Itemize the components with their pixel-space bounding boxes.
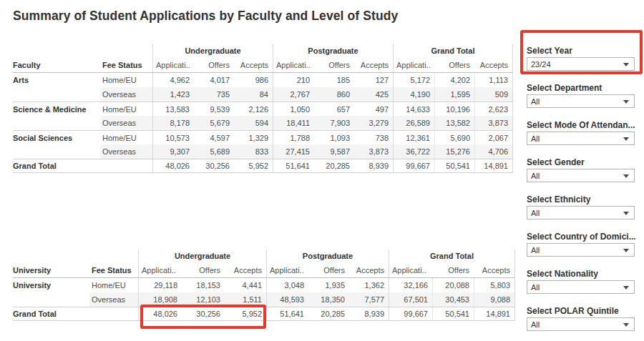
value-cell[interactable]: 3,279 (354, 116, 393, 130)
fee-status-cell[interactable]: Home/EU (100, 73, 152, 87)
value-cell[interactable]: 1,595 (434, 87, 474, 102)
value-cell[interactable]: 50,541 (434, 159, 474, 172)
filter-dropdown[interactable]: All (527, 317, 635, 331)
value-cell[interactable]: 4,441 (225, 278, 266, 292)
row-label-cell[interactable]: Grand Total (13, 307, 138, 320)
value-cell[interactable]: 210 (273, 73, 314, 87)
value-cell[interactable]: 657 (314, 102, 354, 116)
value-cell[interactable]: 51,641 (266, 307, 308, 320)
value-cell[interactable]: 497 (354, 102, 393, 116)
value-cell[interactable]: 9,587 (314, 144, 354, 159)
value-cell[interactable]: 5,952 (234, 159, 273, 172)
value-cell[interactable]: 2,126 (234, 102, 273, 116)
value-cell[interactable]: 1,362 (349, 278, 389, 292)
value-cell[interactable]: 4,597 (194, 131, 234, 144)
fee-status-cell[interactable]: Overseas (100, 144, 152, 159)
chevron-down-icon[interactable] (623, 286, 629, 290)
value-cell[interactable]: 29,118 (138, 278, 182, 292)
value-cell[interactable]: 32,166 (389, 278, 432, 292)
value-cell[interactable]: 5,952 (225, 307, 266, 320)
value-cell[interactable]: 9,307 (152, 144, 194, 159)
row-label-cell[interactable] (13, 87, 100, 102)
value-cell[interactable]: 3,873 (354, 144, 393, 159)
row-label-cell[interactable]: Social Sciences (13, 131, 100, 144)
value-cell[interactable]: 12,103 (182, 292, 225, 307)
value-cell[interactable]: 738 (354, 131, 393, 144)
chevron-down-icon[interactable] (623, 323, 629, 327)
value-cell[interactable]: 27,415 (273, 144, 314, 159)
value-cell[interactable]: 48,593 (266, 292, 308, 307)
value-cell[interactable]: 5,689 (194, 144, 234, 159)
filter-dropdown[interactable]: All (527, 94, 635, 108)
value-cell[interactable]: 1,093 (314, 131, 354, 144)
value-cell[interactable]: 48,026 (152, 159, 194, 172)
value-cell[interactable]: 14,633 (393, 102, 434, 116)
value-cell[interactable]: 4,017 (194, 73, 234, 87)
value-cell[interactable]: 18,153 (182, 278, 225, 292)
filter-dropdown[interactable]: All (527, 206, 635, 219)
value-cell[interactable]: 99,667 (389, 307, 432, 320)
row-label-cell[interactable] (13, 292, 89, 307)
filter-dropdown[interactable]: All (527, 280, 635, 294)
fee-status-cell[interactable]: Overseas (100, 87, 152, 102)
value-cell[interactable]: 10,196 (434, 102, 474, 116)
row-label-cell[interactable] (13, 144, 100, 159)
row-label-cell[interactable] (13, 116, 100, 130)
value-cell[interactable]: 1,788 (273, 131, 314, 144)
value-cell[interactable]: 67,501 (389, 292, 432, 307)
value-cell[interactable]: 1,050 (273, 102, 314, 116)
value-cell[interactable]: 594 (234, 116, 273, 130)
value-cell[interactable]: 20,285 (308, 307, 349, 320)
value-cell[interactable]: 10,573 (152, 131, 194, 144)
chevron-down-icon[interactable] (623, 137, 629, 141)
value-cell[interactable]: 1,329 (234, 131, 273, 144)
value-cell[interactable]: 4,202 (434, 73, 474, 87)
value-cell[interactable]: 50,541 (432, 307, 474, 320)
chevron-down-icon[interactable] (623, 100, 629, 104)
value-cell[interactable]: 9,088 (474, 292, 515, 307)
value-cell[interactable]: 14,891 (474, 159, 513, 172)
value-cell[interactable]: 18,411 (273, 116, 314, 130)
value-cell[interactable]: 20,088 (432, 278, 474, 292)
value-cell[interactable]: 8,939 (349, 307, 389, 320)
value-cell[interactable]: 509 (474, 87, 513, 102)
value-cell[interactable]: 8,178 (152, 116, 194, 130)
fee-status-cell[interactable]: Home/EU (100, 102, 152, 116)
value-cell[interactable]: 26,589 (393, 116, 434, 130)
value-cell[interactable]: 99,667 (393, 159, 434, 172)
value-cell[interactable]: 7,577 (349, 292, 389, 307)
value-cell[interactable]: 12,361 (393, 131, 434, 144)
value-cell[interactable]: 5,803 (474, 278, 515, 292)
value-cell[interactable]: 84 (234, 87, 273, 102)
value-cell[interactable]: 30,256 (182, 307, 225, 320)
filter-dropdown[interactable]: All (527, 132, 635, 145)
value-cell[interactable]: 986 (234, 73, 273, 87)
value-cell[interactable]: 8,939 (354, 159, 393, 172)
value-cell[interactable]: 18,908 (138, 292, 182, 307)
value-cell[interactable]: 20,285 (314, 159, 354, 172)
value-cell[interactable]: 2,623 (474, 102, 513, 116)
fee-status-cell[interactable]: Overseas (100, 116, 152, 130)
value-cell[interactable]: 15,276 (434, 144, 474, 159)
fee-status-cell[interactable]: Home/EU (89, 278, 138, 292)
chevron-down-icon[interactable] (623, 174, 629, 178)
value-cell[interactable]: 1,423 (152, 87, 194, 102)
value-cell[interactable]: 735 (194, 87, 234, 102)
row-label-cell[interactable]: Arts (13, 73, 100, 87)
chevron-down-icon[interactable] (623, 212, 629, 215)
value-cell[interactable]: 5,172 (393, 73, 434, 87)
value-cell[interactable]: 3,048 (266, 278, 308, 292)
value-cell[interactable]: 4,706 (474, 144, 513, 159)
value-cell[interactable]: 1,511 (225, 292, 266, 307)
value-cell[interactable]: 2,067 (474, 131, 513, 144)
row-label-cell[interactable]: University (13, 278, 89, 292)
value-cell[interactable]: 425 (354, 87, 393, 102)
value-cell[interactable]: 13,582 (434, 116, 474, 130)
value-cell[interactable]: 185 (314, 73, 354, 87)
row-label-cell[interactable]: Science & Medicine (13, 102, 100, 116)
value-cell[interactable]: 13,583 (152, 102, 194, 116)
value-cell[interactable]: 127 (354, 73, 393, 87)
value-cell[interactable]: 2,767 (273, 87, 314, 102)
fee-status-cell[interactable]: Overseas (89, 292, 138, 307)
value-cell[interactable]: 4,962 (152, 73, 194, 87)
